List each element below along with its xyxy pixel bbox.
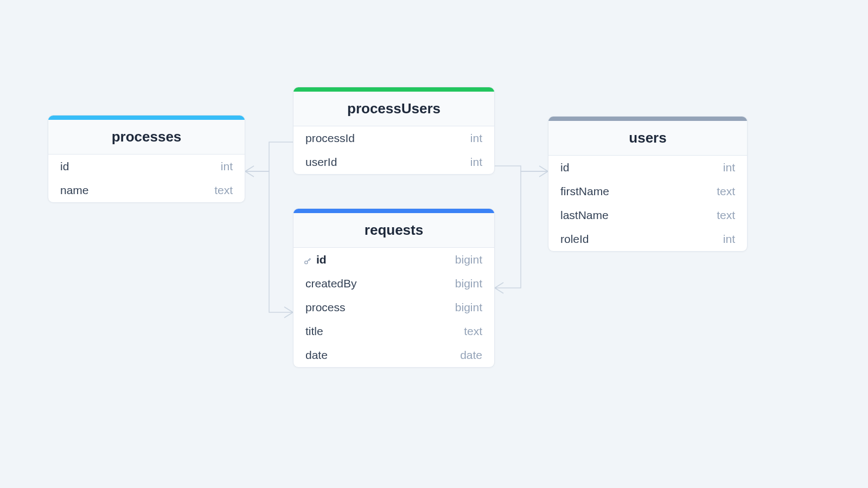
table-row[interactable]: id int — [48, 155, 245, 178]
column-type: text — [214, 184, 233, 197]
column-name: title — [305, 325, 323, 338]
table-requests[interactable]: requests id bigint createdBy bigint proc… — [293, 208, 495, 368]
table-row[interactable]: process bigint — [293, 296, 494, 319]
column-name: roleId — [560, 233, 589, 246]
column-type: int — [723, 161, 735, 174]
column-type: int — [723, 233, 735, 246]
table-row[interactable]: title text — [293, 319, 494, 343]
table-columns: id bigint createdBy bigint process bigin… — [293, 248, 494, 367]
table-stripe — [293, 209, 494, 213]
column-type: int — [470, 156, 482, 169]
table-row[interactable]: roleId int — [548, 227, 747, 251]
column-type: bigint — [455, 301, 482, 314]
column-name: firstName — [560, 185, 609, 198]
table-row[interactable]: firstName text — [548, 179, 747, 203]
table-row[interactable]: id int — [548, 156, 747, 179]
column-name: lastName — [560, 209, 609, 222]
column-name: userId — [305, 156, 337, 169]
column-type: int — [221, 160, 233, 173]
column-type: text — [464, 325, 482, 338]
table-row[interactable]: id bigint — [293, 248, 494, 272]
column-name: process — [305, 301, 346, 314]
column-name-text: id — [316, 253, 327, 266]
column-type: text — [717, 209, 735, 222]
table-row[interactable]: date date — [293, 343, 494, 367]
table-title: processUsers — [293, 92, 494, 126]
column-name: id — [60, 160, 69, 173]
column-type: bigint — [455, 277, 482, 290]
table-stripe — [293, 87, 494, 92]
table-users[interactable]: users id int firstName text lastName tex… — [548, 116, 748, 252]
column-type: int — [470, 132, 482, 145]
column-name: date — [305, 349, 328, 362]
table-row[interactable]: processId int — [293, 126, 494, 150]
table-row[interactable]: userId int — [293, 150, 494, 174]
column-name: createdBy — [305, 277, 357, 290]
table-title: requests — [293, 213, 494, 248]
table-processes[interactable]: processes id int name text — [48, 115, 245, 203]
table-title: users — [548, 121, 747, 156]
column-type: bigint — [455, 253, 482, 266]
table-row[interactable]: name text — [48, 178, 245, 202]
column-name: id — [305, 253, 327, 266]
column-name: name — [60, 184, 89, 197]
table-stripe — [48, 115, 245, 120]
table-title: processes — [48, 120, 245, 155]
key-icon — [303, 255, 312, 264]
table-columns: processId int userId int — [293, 126, 494, 174]
column-type: text — [717, 185, 735, 198]
column-type: date — [460, 349, 482, 362]
table-processusers[interactable]: processUsers processId int userId int — [293, 87, 495, 175]
table-row[interactable]: lastName text — [548, 203, 747, 227]
table-columns: id int name text — [48, 155, 245, 202]
column-name: processId — [305, 132, 355, 145]
table-stripe — [548, 117, 747, 121]
er-diagram-canvas: processes id int name text processUsers … — [0, 0, 868, 488]
table-columns: id int firstName text lastName text role… — [548, 156, 747, 251]
column-name: id — [560, 161, 569, 174]
table-row[interactable]: createdBy bigint — [293, 272, 494, 296]
